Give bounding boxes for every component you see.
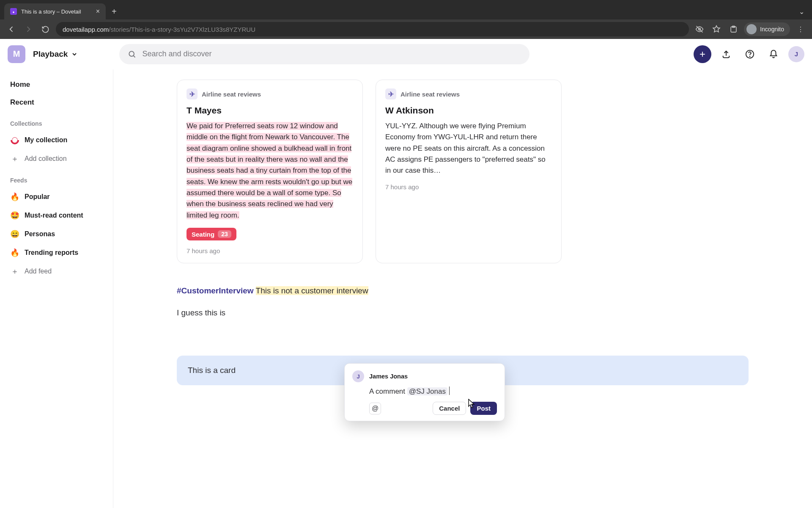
story-text-line[interactable]: #CustomerInterview This is not a custome… bbox=[177, 286, 749, 295]
post-button[interactable]: Post bbox=[470, 402, 497, 415]
create-button[interactable]: + bbox=[694, 45, 711, 63]
feed-label: Must-read content bbox=[25, 212, 83, 219]
tag-label: Seating bbox=[192, 231, 214, 238]
sidebar: Home Recent Collections My collection ＋ … bbox=[0, 69, 113, 508]
star-struck-icon: 🤩 bbox=[10, 211, 19, 220]
fire-icon: 🔥 bbox=[10, 248, 19, 257]
workspace-switcher[interactable]: Playback bbox=[33, 50, 78, 59]
close-tab-icon[interactable]: × bbox=[96, 8, 100, 15]
nav-home[interactable]: Home bbox=[6, 77, 107, 92]
eye-off-icon[interactable] bbox=[693, 23, 706, 36]
story-text-line[interactable]: I guess this is bbox=[177, 308, 749, 318]
add-collection-label: Add collection bbox=[25, 155, 67, 163]
plus-icon: + bbox=[700, 48, 705, 60]
comment-author-avatar: J bbox=[352, 370, 364, 382]
incognito-label: Incognito bbox=[760, 26, 784, 33]
highlighted-text: We paid for Preferred seats row 12 windo… bbox=[187, 122, 352, 219]
cancel-button[interactable]: Cancel bbox=[433, 402, 466, 415]
feed-label: Personas bbox=[25, 230, 55, 238]
back-button[interactable] bbox=[5, 23, 18, 36]
workspace-badge[interactable]: M bbox=[8, 45, 25, 63]
at-icon: @ bbox=[372, 405, 379, 412]
url-path: /stories/This-is-a-story-3sYu2V7XlzLU33s… bbox=[109, 26, 255, 33]
section-feeds: Feeds bbox=[6, 169, 107, 186]
tag-count: 23 bbox=[218, 230, 231, 238]
favicon-icon: ⬥ bbox=[10, 8, 17, 15]
extensions-icon[interactable] bbox=[727, 23, 740, 36]
browser-chrome: ⬥ This is a story – Dovetail × + ⌄ dovet… bbox=[0, 0, 812, 39]
main-content: ✈ Airline seat reviews T Mayes We paid f… bbox=[113, 69, 812, 508]
feed-must-read[interactable]: 🤩 Must-read content bbox=[6, 207, 107, 224]
collection-my-collection[interactable]: My collection bbox=[6, 132, 107, 148]
search-placeholder: Search and discover bbox=[142, 50, 211, 58]
story-text: I guess this is bbox=[177, 308, 225, 317]
help-button[interactable] bbox=[741, 45, 759, 63]
plus-icon: ＋ bbox=[10, 154, 19, 163]
insight-card[interactable]: ✈ Airline seat reviews T Mayes We paid f… bbox=[177, 80, 363, 263]
incognito-indicator[interactable]: Incognito bbox=[744, 22, 790, 36]
tab-title: This is a story – Dovetail bbox=[21, 8, 92, 15]
feed-popular[interactable]: 🔥 Popular bbox=[6, 189, 107, 205]
add-feed-button[interactable]: ＋ Add feed bbox=[6, 263, 107, 279]
add-collection-button[interactable]: ＋ Add collection bbox=[6, 151, 107, 167]
fire-icon: 🔥 bbox=[10, 192, 19, 202]
mention-chip[interactable]: @SJ Jonas bbox=[407, 387, 447, 395]
lifebuoy-icon bbox=[10, 135, 19, 145]
plus-icon: ＋ bbox=[10, 267, 19, 276]
card-source-label: Airline seat reviews bbox=[401, 91, 460, 98]
user-avatar[interactable]: J bbox=[788, 46, 804, 62]
comment-popover: J James Jonas A comment @SJ Jonas @ Canc… bbox=[344, 363, 505, 421]
comment-text: A comment bbox=[369, 387, 407, 395]
workspace-name: Playback bbox=[33, 50, 68, 59]
reload-button[interactable] bbox=[39, 23, 52, 36]
svg-point-3 bbox=[129, 51, 134, 56]
kebab-menu-icon[interactable]: ⋮ bbox=[794, 23, 807, 36]
airplane-icon: ✈ bbox=[187, 88, 198, 99]
mention-button[interactable]: @ bbox=[369, 403, 381, 414]
highlighted-span: This is not a customer interview bbox=[256, 286, 368, 295]
bookmark-star-icon[interactable] bbox=[710, 23, 723, 36]
nav-recent[interactable]: Recent bbox=[6, 95, 107, 110]
feed-trending[interactable]: 🔥 Trending reports bbox=[6, 245, 107, 261]
notifications-button[interactable] bbox=[765, 45, 782, 63]
comment-author-name: James Jonas bbox=[369, 373, 408, 380]
insight-card[interactable]: ✈ Airline seat reviews W Atkinson YUL-YY… bbox=[376, 80, 562, 263]
card-source: ✈ Airline seat reviews bbox=[187, 88, 353, 99]
feed-personas[interactable]: 😄 Personas bbox=[6, 226, 107, 242]
card-title: T Mayes bbox=[187, 105, 353, 116]
tab-strip: ⬥ This is a story – Dovetail × + ⌄ bbox=[0, 0, 812, 19]
card-source: ✈ Airline seat reviews bbox=[385, 88, 552, 99]
card-timestamp: 7 hours ago bbox=[187, 247, 353, 254]
new-tab-button[interactable]: + bbox=[106, 3, 123, 19]
collection-label: My collection bbox=[25, 136, 67, 144]
tabs-overflow-icon[interactable]: ⌄ bbox=[791, 3, 812, 19]
callout-text: This is a card bbox=[188, 366, 236, 375]
card-source-label: Airline seat reviews bbox=[202, 91, 261, 98]
feed-label: Trending reports bbox=[25, 249, 78, 257]
add-feed-label: Add feed bbox=[25, 268, 52, 275]
card-body: We paid for Preferred seats row 12 windo… bbox=[187, 121, 353, 221]
address-bar: dovetailapp.com/stories/This-is-a-story-… bbox=[0, 19, 812, 39]
card-body: YUL-YYZ. Although we were flying Premium… bbox=[385, 121, 552, 177]
app-header: M Playback Search and discover + J bbox=[0, 39, 812, 69]
chevron-down-icon bbox=[71, 51, 78, 58]
url-input[interactable]: dovetailapp.com/stories/This-is-a-story-… bbox=[56, 22, 689, 36]
hashtag[interactable]: #CustomerInterview bbox=[177, 286, 254, 295]
incognito-icon bbox=[746, 24, 757, 34]
card-timestamp: 7 hours ago bbox=[385, 183, 552, 190]
url-host: dovetailapp.com bbox=[63, 26, 109, 33]
smile-icon: 😄 bbox=[10, 229, 19, 239]
feed-label: Popular bbox=[25, 193, 50, 201]
section-collections: Collections bbox=[6, 113, 107, 130]
text-cursor bbox=[449, 387, 450, 395]
svg-point-5 bbox=[749, 56, 750, 56]
card-title: W Atkinson bbox=[385, 105, 552, 116]
forward-button[interactable] bbox=[22, 23, 35, 36]
upload-button[interactable] bbox=[717, 45, 735, 63]
comment-input[interactable]: A comment @SJ Jonas bbox=[352, 387, 497, 396]
search-input[interactable]: Search and discover bbox=[119, 44, 529, 64]
tag-chip-seating[interactable]: Seating 23 bbox=[187, 228, 236, 240]
airplane-icon: ✈ bbox=[385, 88, 396, 99]
browser-tab[interactable]: ⬥ This is a story – Dovetail × bbox=[4, 3, 106, 19]
search-icon bbox=[128, 50, 136, 58]
